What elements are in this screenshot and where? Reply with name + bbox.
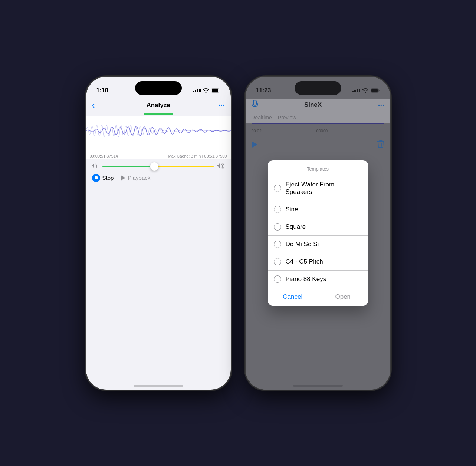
modal-dialog: Templates Eject Water From Speakers Sine xyxy=(268,160,368,306)
slider-track[interactable] xyxy=(102,166,214,167)
template-label-6: Piano 88 Keys xyxy=(286,275,326,283)
home-indicator-1 xyxy=(134,385,183,387)
dynamic-island-1 xyxy=(135,81,182,95)
status-time-1: 1:10 xyxy=(96,87,108,94)
modal-actions: Cancel Open xyxy=(268,288,368,306)
wifi-icon-1 xyxy=(203,88,209,93)
timestamp-left: 00:00:51.37514 xyxy=(90,154,118,158)
slider-yellow xyxy=(152,166,214,167)
template-label-5: C4 - C5 Pitch xyxy=(286,258,323,265)
template-label-1: Eject Water From Speakers xyxy=(286,181,362,196)
playback-button[interactable]: Playback xyxy=(121,175,150,181)
modal-title: Templates xyxy=(268,160,368,176)
volume-slider[interactable] xyxy=(92,163,225,170)
circle-check-5 xyxy=(274,258,281,265)
template-label-2: Sine xyxy=(286,206,298,213)
template-item-2[interactable]: Sine xyxy=(268,201,368,218)
template-item-4[interactable]: Do Mi So Si xyxy=(268,236,368,253)
phone2-screen: 11:23 xyxy=(246,77,390,390)
template-item-3[interactable]: Square xyxy=(268,218,368,236)
template-item-5[interactable]: C4 - C5 Pitch xyxy=(268,253,368,271)
circle-check-2 xyxy=(274,206,281,213)
waveform-info: 00:00:51.37514 Max Cache: 3 min | 00:51.… xyxy=(86,153,231,159)
phone1-screen: 1:10 xyxy=(86,77,231,390)
cancel-button[interactable]: Cancel xyxy=(268,288,318,306)
waveform-container xyxy=(86,116,231,153)
slider-green xyxy=(102,166,152,167)
svg-rect-1 xyxy=(212,89,218,92)
progress-line xyxy=(144,113,173,115)
phone-2: 11:23 xyxy=(246,77,390,390)
template-item-6[interactable]: Piano 88 Keys xyxy=(268,271,368,288)
circle-check-6 xyxy=(274,275,281,283)
status-icons-1 xyxy=(193,88,220,93)
playback-controls: Stop Playback xyxy=(92,174,225,184)
check-inner-1 xyxy=(276,187,279,190)
stop-icon xyxy=(92,174,100,182)
template-label-3: Square xyxy=(286,223,306,231)
waveform-svg xyxy=(86,116,231,146)
play-icon xyxy=(121,175,125,181)
timestamp-right: Max Cache: 3 min | 00:51.37500 xyxy=(168,154,227,158)
stop-button[interactable]: Stop xyxy=(92,174,114,182)
template-label-4: Do Mi So Si xyxy=(286,241,319,248)
battery-icon-1 xyxy=(211,88,220,93)
modal-overlay: Templates Eject Water From Speakers Sine xyxy=(246,77,390,390)
slider-thumb[interactable] xyxy=(150,162,158,171)
phone-1: 1:10 xyxy=(86,77,231,390)
page-title-1: Analyze xyxy=(146,102,170,109)
playback-label: Playback xyxy=(128,175,150,181)
more-button-1[interactable]: ··· xyxy=(209,101,225,109)
volume-low-icon xyxy=(92,163,99,170)
open-button[interactable]: Open xyxy=(318,288,368,306)
circle-check-4 xyxy=(274,241,281,248)
volume-high-icon xyxy=(217,163,225,170)
stop-label: Stop xyxy=(102,175,114,181)
nav-bar-1: ‹ Analyze ··· xyxy=(86,99,231,113)
circle-check-1 xyxy=(274,185,281,192)
bottom-controls: Stop Playback xyxy=(86,159,231,187)
signal-icon-1 xyxy=(193,89,201,92)
stop-square xyxy=(95,176,98,179)
back-button-1[interactable]: ‹ xyxy=(92,100,108,110)
template-item-1[interactable]: Eject Water From Speakers xyxy=(268,176,368,201)
circle-check-3 xyxy=(274,223,281,231)
